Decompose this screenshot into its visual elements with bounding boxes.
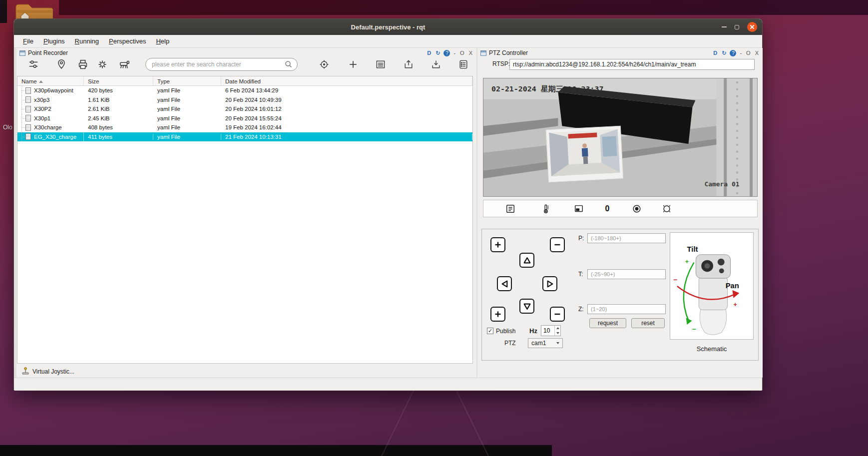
rtsp-url-input[interactable]	[509, 59, 755, 70]
desktop-item-label: Olo	[3, 124, 12, 131]
gimbal-icon[interactable]	[661, 203, 672, 214]
dock-title: Point Recorder	[28, 49, 68, 56]
hz-decrement[interactable]	[555, 331, 560, 336]
dock-reload-button[interactable]: ↻	[721, 50, 727, 56]
plugin-icon	[480, 50, 486, 56]
tilt-up-button[interactable]	[519, 253, 534, 268]
dock-help-button[interactable]: ?	[730, 50, 736, 56]
column-type[interactable]: Type	[153, 76, 221, 85]
dock-close-button[interactable]: X	[468, 50, 473, 56]
virtual-joystick-tab[interactable]: Virtual Joystic...	[21, 367, 74, 376]
file-icon	[25, 124, 31, 131]
thermometer-icon[interactable]	[540, 203, 551, 214]
dock-minimize-button[interactable]: -	[452, 50, 456, 56]
add-icon[interactable]	[348, 58, 359, 71]
window-title: Default.perspective - rqt	[351, 23, 426, 31]
pan-right-button[interactable]	[542, 276, 557, 291]
row-type: yaml File	[153, 106, 221, 112]
camera-video-feed[interactable]: 02-21-2024 星期三 10:23:37 Camera 01	[483, 78, 758, 197]
tilt-input[interactable]	[587, 269, 666, 279]
dock-help-button[interactable]: ?	[443, 50, 450, 56]
chevron-down-icon	[556, 342, 559, 344]
zoom-out-top-button[interactable]	[550, 237, 565, 252]
export-icon[interactable]	[403, 58, 414, 71]
table-row[interactable]: X30charge 408 bytes yaml File 19 Feb 202…	[17, 123, 472, 132]
publish-label: Publish	[496, 328, 515, 335]
virtual-joystick-label: Virtual Joystic...	[32, 368, 74, 375]
publish-checkbox[interactable]	[487, 328, 493, 334]
tilt-minus-mark: −	[692, 325, 696, 333]
printer-icon[interactable]	[76, 58, 89, 71]
row-type: yaml File	[153, 87, 221, 93]
download-icon[interactable]	[431, 58, 441, 71]
row-size: 411 bytes	[84, 134, 153, 140]
relocate-icon[interactable]	[319, 58, 330, 71]
tilt-down-button[interactable]	[519, 299, 534, 314]
menu-perspectives[interactable]: Perspectives	[105, 36, 150, 46]
dock-reload-button[interactable]: ↻	[434, 50, 441, 56]
tree-branch	[18, 132, 25, 142]
menu-plugins[interactable]: Plugins	[39, 36, 69, 46]
waypoint-icon[interactable]	[55, 58, 68, 71]
list-view-icon[interactable]	[375, 58, 386, 71]
zoom-out-bottom-button[interactable]	[550, 307, 565, 322]
maximize-icon	[735, 25, 739, 29]
table-header: Name Size Type Date Modified	[17, 76, 472, 86]
zoom-in-top-button[interactable]	[490, 237, 505, 252]
table-row[interactable]: X30p1 2.45 KiB yaml File 20 Feb 2024 15:…	[17, 114, 472, 123]
close-button[interactable]	[747, 22, 757, 32]
tree-branch	[18, 123, 25, 132]
column-size[interactable]: Size	[84, 76, 153, 85]
hz-increment[interactable]	[555, 326, 560, 331]
table-row[interactable]: X30p6waypoint 420 bytes yaml File 6 Feb …	[17, 86, 472, 95]
dock-dockable-button[interactable]: D	[426, 50, 432, 56]
column-name[interactable]: Name	[17, 76, 84, 85]
titlebar[interactable]: Default.perspective - rqt	[14, 19, 762, 35]
menu-help[interactable]: Help	[152, 36, 173, 46]
column-modified[interactable]: Date Modified	[221, 76, 472, 85]
pan-left-button[interactable]	[497, 276, 512, 291]
pip-icon[interactable]	[573, 203, 584, 214]
row-name: EG_X30_charge	[34, 134, 76, 140]
dock-float-button[interactable]: O	[459, 50, 465, 56]
tune-icon[interactable]	[27, 58, 40, 71]
hz-spinbox[interactable]	[541, 325, 561, 336]
table-row-selected[interactable]: EG_X30_charge 411 bytes yaml File 21 Feb…	[17, 132, 472, 142]
dock-float-button[interactable]: O	[745, 50, 752, 56]
hz-input[interactable]	[541, 326, 554, 336]
record-icon[interactable]	[631, 203, 642, 214]
maximize-button[interactable]	[735, 25, 739, 29]
camera-select[interactable]: cam1	[528, 338, 563, 348]
pan-input[interactable]	[587, 233, 666, 243]
menu-file[interactable]: File	[19, 36, 37, 46]
close-icon	[747, 22, 757, 32]
row-modified: 20 Feb 2024 10:49:39	[221, 97, 472, 103]
joystick-icon	[21, 367, 29, 376]
robot-icon[interactable]	[118, 58, 131, 71]
gear-icon[interactable]	[96, 58, 109, 71]
video-toolbar: 0	[483, 200, 758, 217]
minimize-button[interactable]	[722, 26, 727, 27]
zoom-input[interactable]	[587, 304, 666, 314]
file-icon	[25, 106, 31, 112]
point-recorder-header[interactable]: Point Recorder D ↻ ? - O X	[16, 48, 476, 58]
dock-minimize-button[interactable]: -	[739, 50, 743, 56]
tree-branch	[18, 104, 25, 114]
camera-select-value: cam1	[531, 340, 546, 347]
ptz-schematic: + − − + Tilt Pan	[670, 232, 754, 340]
ptz-controller-header[interactable]: PTZ Controller D ↻ ? - O X	[477, 48, 763, 58]
desktop: Olo Default.perspective - rqt File Plugi…	[0, 0, 868, 456]
notes-icon[interactable]	[505, 203, 516, 214]
hz-label: Hz	[529, 327, 537, 335]
request-button[interactable]: request	[589, 318, 626, 328]
menu-running[interactable]: Running	[71, 36, 103, 46]
plan-list-icon[interactable]	[458, 58, 469, 71]
ptz-control-panel: Publish Hz PTZ cam1	[481, 229, 759, 361]
reset-button[interactable]: reset	[631, 318, 665, 328]
table-row[interactable]: x30p3 1.61 KiB yaml File 20 Feb 2024 10:…	[17, 95, 472, 105]
dock-dockable-button[interactable]: D	[712, 50, 718, 56]
zoom-in-bottom-button[interactable]	[490, 307, 505, 322]
dock-close-button[interactable]: X	[754, 50, 760, 56]
search-input[interactable]	[145, 58, 298, 71]
table-row[interactable]: X30P2 2.61 KiB yaml File 20 Feb 2024 16:…	[17, 104, 472, 114]
